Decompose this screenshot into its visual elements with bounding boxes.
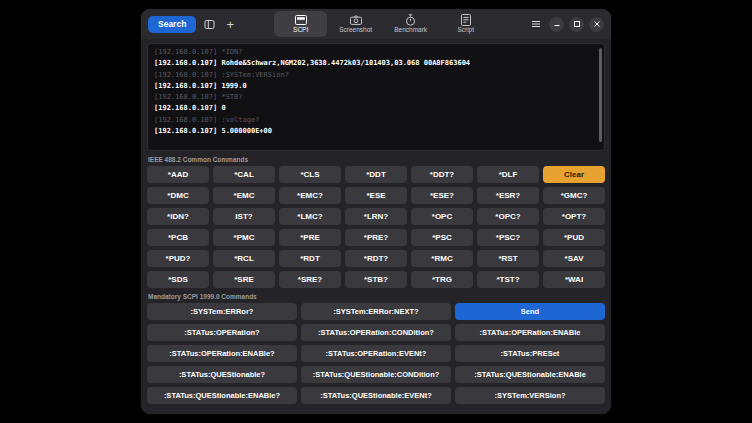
terminal-response-line: [192.168.0.107] 1999.0	[154, 81, 598, 92]
sidebar-toggle-icon	[204, 19, 215, 30]
command-button[interactable]: *IDN?	[147, 208, 209, 225]
command-button[interactable]: *RMC	[411, 250, 473, 267]
command-button[interactable]: :SYSTem:VERSion?	[455, 387, 605, 404]
tab-label: Script	[457, 27, 474, 34]
tab-bar: SCPIScreenshotBenchmarkScript	[274, 11, 492, 37]
minimize-button[interactable]	[549, 17, 564, 32]
close-button[interactable]	[589, 17, 604, 32]
command-button[interactable]: *PUD	[543, 229, 605, 246]
command-button[interactable]: :STATus:OPERation:ENABle?	[147, 345, 297, 362]
command-button[interactable]: :STATus:QUEStionable:ENABle	[455, 366, 605, 383]
command-button[interactable]: *PMC	[213, 229, 275, 246]
command-button[interactable]: *ESE?	[411, 187, 473, 204]
command-button[interactable]: *EMC	[213, 187, 275, 204]
new-tab-button[interactable]: +	[222, 16, 238, 33]
terminal-command-line: [192.168.0.107] *STB?	[154, 92, 598, 103]
command-button[interactable]: :STATus:QUEStionable:EVENt?	[301, 387, 451, 404]
command-button[interactable]: *DDT?	[411, 166, 473, 183]
command-button[interactable]: *EMC?	[279, 187, 341, 204]
command-button[interactable]: *SRE	[213, 271, 275, 288]
command-button[interactable]: *PUD?	[147, 250, 209, 267]
command-button[interactable]: *PSC?	[477, 229, 539, 246]
ieee-section-label: IEEE 488.2 Common Commands	[147, 156, 605, 163]
command-button[interactable]: :SYSTem:ERRor?	[147, 303, 297, 320]
command-button[interactable]: :STATus:QUEStionable:CONDition?	[301, 366, 451, 383]
command-button[interactable]: :STATus:OPERation:ENABle	[455, 324, 605, 341]
scpi-section-label: Mandatory SCPI 1999.0 Commands	[147, 293, 605, 300]
command-button[interactable]: *CAL	[213, 166, 275, 183]
command-button[interactable]: *PRE?	[345, 229, 407, 246]
command-button[interactable]: *OPC	[411, 208, 473, 225]
command-button[interactable]: *PRE	[279, 229, 341, 246]
command-button[interactable]: :STATus:QUEStionable?	[147, 366, 297, 383]
terminal-command-line: [192.168.0.107] *IDN?	[154, 47, 598, 58]
tab-label: Screenshot	[339, 27, 372, 34]
menu-button[interactable]	[528, 16, 544, 33]
terminal-command-line: [192.168.0.107] :SYSTem:VERSion?	[154, 70, 598, 81]
command-button[interactable]: *OPC?	[477, 208, 539, 225]
tab-script[interactable]: Script	[439, 11, 492, 37]
command-button[interactable]: *RDT?	[345, 250, 407, 267]
hamburger-menu-icon	[531, 20, 541, 28]
clear-button[interactable]: Clear	[543, 166, 605, 183]
command-button[interactable]: *DMC	[147, 187, 209, 204]
command-button[interactable]: *STB?	[345, 271, 407, 288]
command-button[interactable]: :STATus:QUEStionable:ENABle?	[147, 387, 297, 404]
terminal-scrollbar[interactable]	[599, 48, 602, 142]
terminal: [192.168.0.107] *IDN?[192.168.0.107] Roh…	[147, 43, 605, 151]
command-button[interactable]: :STATus:OPERation:CONDition?	[301, 324, 451, 341]
command-button[interactable]: *TST?	[477, 271, 539, 288]
command-button[interactable]: *OPT?	[543, 208, 605, 225]
command-button[interactable]: IST?	[213, 208, 275, 225]
terminal-icon	[295, 14, 307, 26]
send-button[interactable]: Send	[455, 303, 605, 320]
command-button[interactable]: *RCL	[213, 250, 275, 267]
command-button[interactable]: *LMC?	[279, 208, 341, 225]
command-button[interactable]: *SAV	[543, 250, 605, 267]
command-button[interactable]: *CLS	[279, 166, 341, 183]
command-button[interactable]: *DLF	[477, 166, 539, 183]
command-button[interactable]: *PSC	[411, 229, 473, 246]
tab-label: SCPI	[293, 27, 308, 34]
sidebar-toggle-button[interactable]	[201, 16, 217, 33]
search-button[interactable]: Search	[148, 16, 196, 33]
command-button[interactable]: :SYSTem:ERRor:NEXT?	[301, 303, 451, 320]
terminal-response-line: [192.168.0.107] Rohde&Schwarz,NGM202,363…	[154, 58, 598, 69]
command-button[interactable]: *RDT	[279, 250, 341, 267]
content-area: [192.168.0.107] *IDN?[192.168.0.107] Roh…	[141, 39, 611, 414]
terminal-lines: [192.168.0.107] *IDN?[192.168.0.107] Roh…	[154, 47, 598, 137]
script-icon	[461, 14, 471, 26]
command-button[interactable]: *RST	[477, 250, 539, 267]
maximize-icon	[573, 20, 581, 28]
tab-benchmark[interactable]: Benchmark	[384, 11, 437, 37]
terminal-command-line: [192.168.0.107] :voltage?	[154, 115, 598, 126]
tab-screenshot[interactable]: Screenshot	[329, 11, 382, 37]
command-button[interactable]: *AAD	[147, 166, 209, 183]
close-icon	[593, 20, 601, 28]
terminal-response-line: [192.168.0.107] 0	[154, 103, 598, 114]
scpi-app-window: Search + SCPIScreenshotBenchmarkScript	[140, 8, 612, 415]
maximize-button[interactable]	[569, 17, 584, 32]
command-button[interactable]: *DDT	[345, 166, 407, 183]
ieee-command-grid: *AAD*CAL*CLS*DDT*DDT?*DLFClear*DMC*EMC*E…	[147, 166, 605, 288]
command-button[interactable]: *PCB	[147, 229, 209, 246]
command-button[interactable]: :STATus:OPERation?	[147, 324, 297, 341]
camera-icon	[350, 14, 362, 26]
command-button[interactable]: :STATus:PRESet	[455, 345, 605, 362]
command-button[interactable]: *TRG	[411, 271, 473, 288]
command-button[interactable]: *GMC?	[543, 187, 605, 204]
command-button[interactable]: *SRE?	[279, 271, 341, 288]
command-button[interactable]: *ESE	[345, 187, 407, 204]
desktop-background: Search + SCPIScreenshotBenchmarkScript	[0, 0, 752, 423]
command-button[interactable]: *ESR?	[477, 187, 539, 204]
tab-scpi[interactable]: SCPI	[274, 11, 327, 37]
scpi-command-grid: :SYSTem:ERRor?:SYSTem:ERRor:NEXT?Send:ST…	[147, 303, 605, 404]
stopwatch-icon	[405, 14, 416, 26]
command-button[interactable]: *LRN?	[345, 208, 407, 225]
command-button[interactable]: :STATus:OPERation:EVENt?	[301, 345, 451, 362]
command-button[interactable]: *WAI	[543, 271, 605, 288]
command-button[interactable]: *SDS	[147, 271, 209, 288]
header-bar: Search + SCPIScreenshotBenchmarkScript	[141, 9, 611, 39]
terminal-response-line: [192.168.0.107] 5.000000E+00	[154, 126, 598, 137]
minimize-icon	[553, 20, 561, 28]
